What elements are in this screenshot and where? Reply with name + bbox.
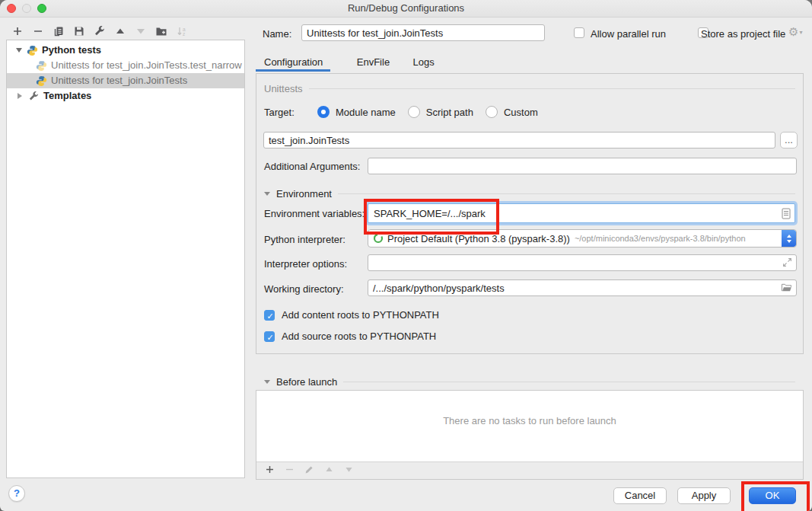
edit-task-icon xyxy=(304,464,314,477)
divider xyxy=(338,193,795,194)
window-title: Run/Debug Configurations xyxy=(0,0,812,17)
move-up-icon[interactable] xyxy=(113,25,126,38)
configuration-panel: Unittests Target: Module name Script pat… xyxy=(256,73,804,354)
before-launch-panel: There are no tasks to run before launch xyxy=(256,390,804,480)
interpreter-options-label: Interpreter options: xyxy=(264,258,347,270)
target-input[interactable] xyxy=(263,132,775,149)
paste-icon[interactable] xyxy=(782,208,791,219)
sort-alphabetically-icon: az xyxy=(175,25,188,38)
title-bar: Run/Debug Configurations xyxy=(0,0,812,18)
svg-text:z: z xyxy=(183,31,185,37)
chevron-down-icon[interactable] xyxy=(264,192,270,196)
environment-section-header[interactable]: Environment xyxy=(264,188,795,200)
tree-item-label: Unittests for test_join.JoinTests xyxy=(51,73,187,88)
move-task-down-icon xyxy=(344,464,354,477)
conda-ring-icon xyxy=(373,233,384,244)
unittests-section-header: Unittests xyxy=(264,83,795,94)
close-button[interactable] xyxy=(7,4,16,13)
copy-icon[interactable] xyxy=(52,25,65,38)
create-folder-icon[interactable] xyxy=(154,25,167,38)
add-content-roots-row: Add content roots to PYTHONPATH xyxy=(264,309,439,321)
save-icon[interactable] xyxy=(72,25,85,38)
before-launch-empty-text: There are no tasks to run before launch xyxy=(256,415,803,426)
chevron-down-icon[interactable] xyxy=(264,380,270,384)
target-row: Target: Module name Script path Custom xyxy=(264,106,538,118)
python-icon xyxy=(27,45,38,56)
tree-item-unittests-jointests[interactable]: Unittests for test_join.JoinTests xyxy=(7,73,244,88)
tree-item-templates[interactable]: Templates xyxy=(7,88,244,104)
before-launch-section-header[interactable]: Before launch xyxy=(264,376,795,388)
tab-configuration[interactable]: Configuration xyxy=(264,56,323,68)
tab-bar: Configuration EnvFile Logs xyxy=(264,55,465,69)
active-tab-indicator xyxy=(256,69,330,72)
python-interpreter-path: ~/opt/miniconda3/envs/pyspark-3.8/bin/py… xyxy=(575,234,746,243)
configurations-toolbar: az xyxy=(11,24,188,39)
zoom-button[interactable] xyxy=(37,4,46,13)
edit-templates-icon[interactable] xyxy=(93,25,106,38)
add-content-roots-label: Add content roots to PYTHONPATH xyxy=(282,309,439,321)
working-directory-label: Working directory: xyxy=(264,283,344,295)
python-icon xyxy=(36,60,47,72)
python-icon xyxy=(36,75,47,87)
name-label: Name: xyxy=(263,28,291,40)
minimize-button xyxy=(22,4,31,13)
move-down-icon xyxy=(134,25,147,38)
divider xyxy=(309,88,795,89)
cancel-button[interactable]: Cancel xyxy=(613,487,667,504)
remove-icon[interactable] xyxy=(31,25,44,38)
before-launch-toolbar xyxy=(256,461,803,479)
gear-icon[interactable]: ⚙▾ xyxy=(788,25,802,39)
add-icon[interactable] xyxy=(11,25,24,38)
add-source-roots-checkbox[interactable] xyxy=(264,331,275,342)
target-module-name-label: Module name xyxy=(336,107,396,118)
environment-variables-label: Environment variables: xyxy=(264,208,365,219)
tree-item-label: Templates xyxy=(43,88,91,104)
target-custom-label: Custom xyxy=(504,107,538,118)
before-launch-section-title: Before launch xyxy=(276,376,337,388)
additional-arguments-label: Additional Arguments: xyxy=(264,161,360,172)
tree-item-unittests-narrow[interactable]: Unittests for test_join.JoinTests.test_n… xyxy=(7,58,244,73)
move-task-up-icon xyxy=(324,464,334,477)
tree-item-label: Unittests for test_join.JoinTests.test_n… xyxy=(51,58,242,73)
python-interpreter-value: Project Default (Python 3.8 (pyspark-3.8… xyxy=(387,233,570,244)
tree-item-python-tests[interactable]: Python tests xyxy=(7,43,244,58)
configurations-tree: Python tests Unittests for test_join.Joi… xyxy=(6,40,245,478)
working-directory-input[interactable] xyxy=(368,279,797,296)
folder-icon[interactable] xyxy=(781,283,792,292)
ok-button[interactable]: OK xyxy=(749,487,796,504)
allow-parallel-run-label: Allow parallel run xyxy=(591,28,666,40)
divider xyxy=(343,382,795,382)
remove-task-icon xyxy=(285,464,295,477)
combo-spinner-icon[interactable] xyxy=(782,230,796,247)
python-interpreter-select[interactable]: Project Default (Python 3.8 (pyspark-3.8… xyxy=(368,229,797,248)
help-button[interactable]: ? xyxy=(8,485,25,502)
name-input[interactable] xyxy=(301,24,545,41)
add-source-roots-row: Add source roots to PYTHONPATH xyxy=(264,331,436,342)
target-label: Target: xyxy=(264,107,307,118)
wrench-icon xyxy=(28,91,40,102)
apply-button[interactable]: Apply xyxy=(677,487,731,504)
add-task-icon[interactable] xyxy=(265,464,275,477)
add-content-roots-checkbox[interactable] xyxy=(264,310,275,321)
tree-item-label: Python tests xyxy=(42,43,101,58)
environment-section-title: Environment xyxy=(276,188,332,200)
browse-button[interactable]: ... xyxy=(780,132,798,149)
unittests-section-title: Unittests xyxy=(264,83,303,94)
allow-parallel-run-checkbox[interactable] xyxy=(574,27,584,38)
chevron-down-icon[interactable] xyxy=(16,48,22,53)
target-custom-radio[interactable] xyxy=(486,106,498,118)
additional-arguments-input[interactable] xyxy=(368,158,797,174)
target-module-name-radio[interactable] xyxy=(317,106,330,118)
chevron-right-icon[interactable] xyxy=(18,93,22,99)
tab-logs[interactable]: Logs xyxy=(413,56,435,68)
expand-icon[interactable] xyxy=(782,257,792,267)
interpreter-options-input[interactable] xyxy=(368,254,797,271)
add-source-roots-label: Add source roots to PYTHONPATH xyxy=(282,331,436,342)
run-debug-configurations-dialog: Run/Debug Configurations az Python tests… xyxy=(0,0,812,511)
tab-envfile[interactable]: EnvFile xyxy=(357,56,390,68)
target-script-path-radio[interactable] xyxy=(408,106,420,118)
environment-variables-field xyxy=(368,203,795,223)
target-script-path-label: Script path xyxy=(426,107,473,118)
environment-variables-input[interactable] xyxy=(368,204,794,222)
python-interpreter-label: Python interpreter: xyxy=(264,234,345,245)
